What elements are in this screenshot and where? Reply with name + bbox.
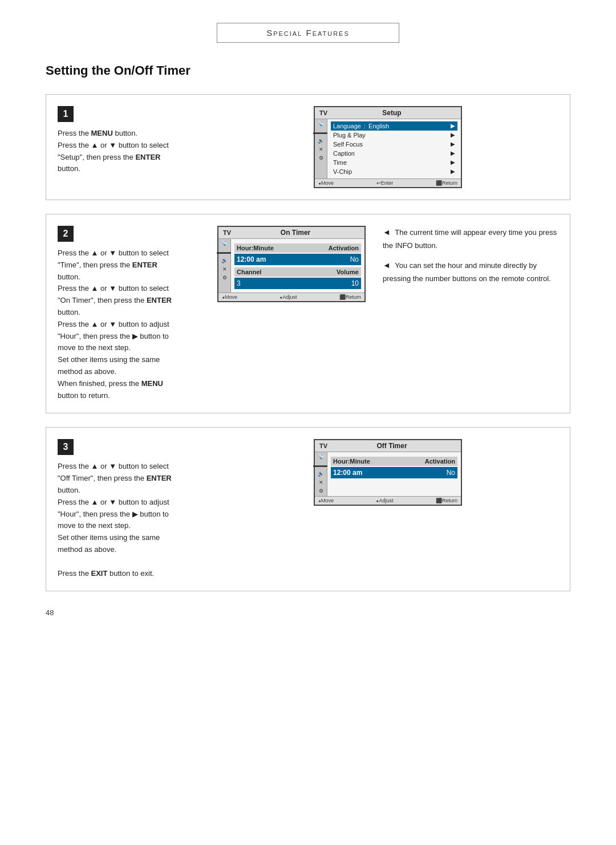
icon-bars: ▬▬▬ [313,130,329,135]
step3-time: 12:00 am [333,469,362,477]
step1-footer-move: ⬥Move [318,180,334,186]
icon-settings: ⚙ [319,156,323,161]
step2-vol-val: 10 [351,279,359,287]
step1-tv-content: Language : English▶ Plug & Play▶ Self Fo… [327,119,461,178]
step2-ch-header: Channel Volume [234,267,361,277]
step2-ch-value: 3 10 [234,278,361,289]
step3-number: 3 [58,439,74,455]
step3-tv-content: Hour:Minute Activation 12:00 am No [327,452,461,496]
step2-footer-move: ⬥Move [222,294,237,300]
step3-tv-sidebar: 📡 ▬▬▬ 🔊 ✕ ⚙ [315,452,327,496]
icon-x: ✕ [319,147,323,152]
step2-tv-screen: TV On Timer 📡 ▬▬▬ 🔊 ✕ ⚙ Hour:Minute Ac [217,226,366,302]
step2-section: 2 Press the ▲ or ▼ button to select "Tim… [46,214,570,413]
step3-left: 3 Press the ▲ or ▼ button to select "Off… [58,439,217,579]
icon-settings-3: ⚙ [319,489,323,494]
icon-x-3: ✕ [319,480,323,485]
step3-tv-header: TV Off Timer [315,440,461,452]
step2-time: 12:00 am [237,255,266,263]
icon-speaker-3: 🔊 [318,472,324,477]
step2-tv-footer: ⬥Move ⬥Adjust ⬛Return [218,292,364,301]
page-header: Special Features [217,23,399,43]
step2-note2: ◄ You can set the hour and minute direct… [383,259,558,285]
step2-footer-adjust: ⬥Adjust [279,294,297,300]
step2-tv-body: 📡 ▬▬▬ 🔊 ✕ ⚙ Hour:Minute Activation 12:00… [218,239,364,292]
step3-text: Press the ▲ or ▼ button to select "Off T… [58,461,206,579]
step1-tv-sidebar: 📡 ▬▬▬ 🔊 ✕ ⚙ [315,119,327,178]
step3-tv-label: TV [319,442,327,449]
step3-col2: Activation [425,458,455,465]
step3-footer-return: ⬛Return [436,498,457,503]
step1-number: 1 [58,106,74,122]
step1-tv-screen: TV Setup 📡 ▬▬▬ 🔊 ✕ ⚙ Language : English▶ [314,106,462,188]
icon-x-2: ✕ [222,267,227,272]
step1-tv-header: TV Setup [315,107,461,119]
step3-tv-footer: ⬥Move ⬥Adjust ⬛Return [315,496,461,505]
header-title: Special Features [266,28,350,38]
icon-bars-3: ▬▬▬ [313,463,329,468]
step2-col2: Activation [329,245,359,251]
step1-tv-label: TV [319,109,327,116]
step3-footer-move: ⬥Move [318,498,334,503]
step2-tv-label: TV [223,229,231,236]
step1-menu-vchip: V-Chip▶ [331,167,457,176]
page-number: 48 [46,608,570,617]
step1-text: Press the MENU button. Press the ▲ or ▼ … [58,128,206,175]
icon-speaker: 🔊 [318,139,324,144]
step1-menu-plug: Plug & Play▶ [331,131,457,140]
step2-number: 2 [58,226,74,242]
step3-right: TV Off Timer 📡 ▬▬▬ 🔊 ✕ ⚙ Hour:Minute A [217,439,558,579]
step1-left: 1 Press the MENU button. Press the ▲ or … [58,106,217,188]
step2-tv-content: Hour:Minute Activation 12:00 am No Chann… [231,239,364,292]
step1-footer-return: ⬛Return [436,180,457,186]
step1-menu-language: Language : English▶ [331,121,457,131]
icon-bars-2: ▬▬▬ [217,250,232,255]
step2-timer-value: 12:00 am No [234,254,361,265]
step1-tv-title: Setup [382,109,401,117]
step1-tv-body: 📡 ▬▬▬ 🔊 ✕ ⚙ Language : English▶ Plug & P… [315,119,461,178]
icon-antenna-3: 📡 [318,454,324,460]
step2-footer-return: ⬛Return [339,294,361,300]
icon-speaker-2: 🔊 [221,258,228,263]
step3-timer-value: 12:00 am No [331,467,457,478]
step3-timer-header: Hour:Minute Activation [331,457,457,466]
step1-menu-self-focus: Self Focus▶ [331,140,457,149]
step1-section: 1 Press the MENU button. Press the ▲ or … [46,94,570,200]
step1-menu-caption: Caption▶ [331,149,457,158]
icon-antenna-2: 📡 [221,241,228,246]
step1-right: TV Setup 📡 ▬▬▬ 🔊 ✕ ⚙ Language : English▶ [217,106,558,188]
step2-timer-header: Hour:Minute Activation [234,243,361,253]
step2-activation: No [350,255,359,263]
step2-tv-sidebar: 📡 ▬▬▬ 🔊 ✕ ⚙ [218,239,231,292]
step3-col1: Hour:Minute [333,458,370,465]
page-title: Setting the On/Off Timer [46,63,570,78]
step2-center: TV On Timer 📡 ▬▬▬ 🔊 ✕ ⚙ Hour:Minute Ac [217,226,371,401]
step3-tv-screen: TV Off Timer 📡 ▬▬▬ 🔊 ✕ ⚙ Hour:Minute A [314,439,462,506]
step2-notes: ◄ The current time will appear every tim… [371,226,558,401]
step2-tv-title: On Timer [281,229,310,237]
step3-tv-body: 📡 ▬▬▬ 🔊 ✕ ⚙ Hour:Minute Activation 12:00… [315,452,461,496]
step2-ch-label: Channel [237,269,261,275]
icon-settings-2: ⚙ [222,275,227,281]
step2-tv-header: TV On Timer [218,227,364,239]
step1-footer-enter: ↩Enter [376,180,394,186]
step2-note1: ◄ The current time will appear every tim… [383,226,558,252]
step3-activation: No [447,469,455,477]
step3-tv-title: Off Timer [376,442,407,450]
step2-ch-val: 3 [237,279,241,287]
step3-section: 3 Press the ▲ or ▼ button to select "Off… [46,427,570,591]
step2-col1: Hour:Minute [237,245,274,251]
step1-menu-time: Time▶ [331,158,457,167]
step2-vol-label: Volume [337,269,359,275]
step1-tv-footer: ⬥Move ↩Enter ⬛Return [315,178,461,187]
icon-antenna: 📡 [318,121,324,127]
step3-footer-adjust: ⬥Adjust [376,498,393,503]
step2-left: 2 Press the ▲ or ▼ button to select "Tim… [58,226,217,401]
step2-text: Press the ▲ or ▼ button to select "Time"… [58,247,208,401]
